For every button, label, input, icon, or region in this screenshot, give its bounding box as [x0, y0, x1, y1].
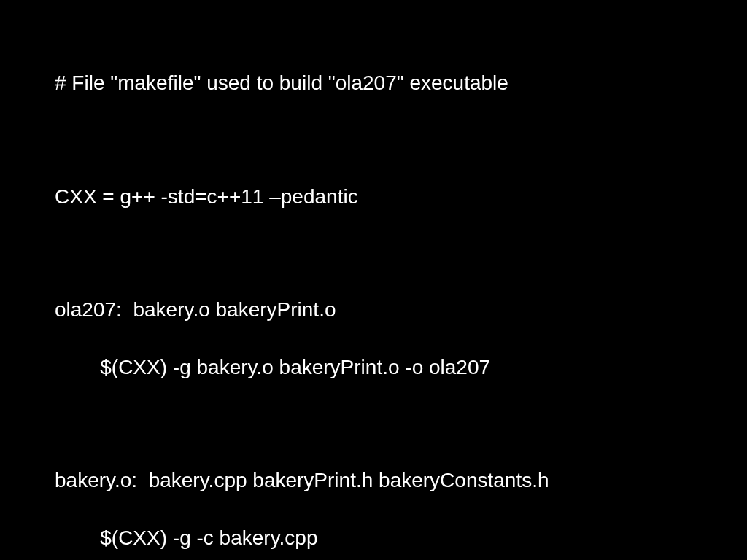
rule2-command-line: $(CXX) -g -c bakery.cpp — [55, 524, 692, 552]
blank-line — [55, 410, 692, 438]
rule1-target-line: ola207: bakery.o bakeryPrint.o — [55, 295, 692, 324]
rule2-target-line: bakery.o: bakery.cpp bakeryPrint.h baker… — [55, 466, 692, 494]
makefile-content: # File "makefile" used to build "ola207"… — [55, 40, 692, 560]
comment-line: # File "makefile" used to build "ola207"… — [55, 69, 692, 97]
blank-line — [55, 126, 692, 154]
variable-line: CXX = g++ -std=c++11 –pedantic — [55, 182, 692, 211]
rule1-command-line: $(CXX) -g bakery.o bakeryPrint.o -o ola2… — [55, 353, 692, 381]
blank-line — [55, 239, 692, 267]
